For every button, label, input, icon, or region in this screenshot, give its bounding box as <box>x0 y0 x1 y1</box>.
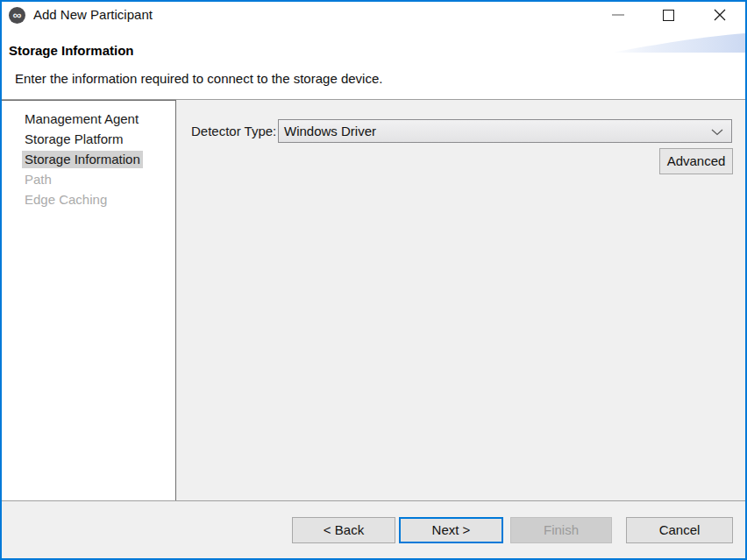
wizard-step-sidebar: Management Agent Storage Platform Storag… <box>2 100 176 501</box>
sidebar-item-label: Storage Information <box>22 151 143 168</box>
next-button[interactable]: Next > <box>399 517 503 543</box>
window-title: Add New Participant <box>33 2 153 28</box>
close-icon <box>714 9 726 21</box>
wizard-step-list: Management Agent Storage Platform Storag… <box>2 101 175 209</box>
detector-type-label: Detector Type: <box>191 119 276 143</box>
maximize-icon <box>663 10 674 21</box>
chevron-down-icon <box>711 129 723 136</box>
minimize-icon <box>612 14 624 16</box>
page-subtitle: Enter the information required to connec… <box>15 71 382 86</box>
sidebar-item-label: Management Agent <box>22 110 141 128</box>
sidebar-item-storage-platform[interactable]: Storage Platform <box>2 129 175 149</box>
sidebar-item-path: Path <box>2 169 175 189</box>
maximize-button[interactable] <box>649 2 688 28</box>
titlebar: ∞ Add New Participant <box>2 2 745 28</box>
page-title: Storage Information <box>9 43 134 58</box>
cancel-button[interactable]: Cancel <box>626 517 733 543</box>
sidebar-item-label: Storage Platform <box>22 131 126 148</box>
finish-button: Finish <box>510 517 612 543</box>
minimize-button <box>598 2 637 28</box>
header-swoosh-decoration <box>612 32 745 54</box>
sidebar-item-label: Path <box>22 171 54 188</box>
back-button[interactable]: < Back <box>292 517 395 543</box>
wizard-header: Storage Information Enter the informatio… <box>2 28 745 99</box>
detector-type-dropdown[interactable]: Windows Driver <box>278 119 732 143</box>
advanced-button[interactable]: Advanced <box>659 148 733 174</box>
app-logo-icon: ∞ <box>9 7 25 24</box>
close-button[interactable] <box>700 2 739 28</box>
detector-type-value: Windows Driver <box>284 124 376 138</box>
dialog-window: ∞ Add New Participant Storage Informatio… <box>0 0 747 560</box>
sidebar-item-management-agent[interactable]: Management Agent <box>2 109 175 129</box>
sidebar-item-storage-information[interactable]: Storage Information <box>2 149 175 169</box>
sidebar-item-label: Edge Caching <box>22 191 110 209</box>
sidebar-item-edge-caching: Edge Caching <box>2 189 175 209</box>
